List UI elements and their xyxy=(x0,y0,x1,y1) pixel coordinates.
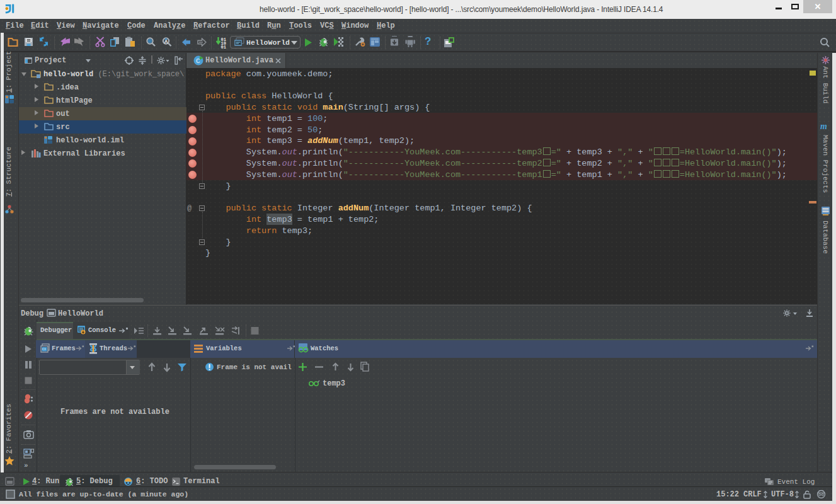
svg-text:A: A xyxy=(164,38,168,45)
svg-text:C: C xyxy=(196,57,200,65)
svg-text:01: 01 xyxy=(221,45,226,49)
